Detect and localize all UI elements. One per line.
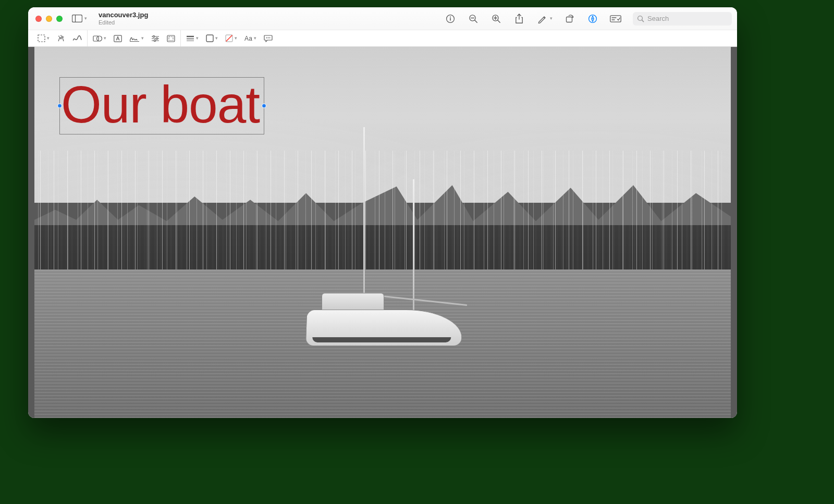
svg-line-6 — [475, 20, 477, 22]
svg-point-43 — [268, 38, 269, 39]
adjust-color-icon — [151, 35, 160, 42]
annotate-button[interactable] — [264, 34, 273, 42]
markup-group-insert: ▾ ▾ — [87, 30, 180, 46]
crop-button[interactable] — [167, 35, 175, 42]
share-icon — [515, 14, 523, 24]
fill-color-icon — [225, 34, 233, 42]
rotate-icon — [565, 14, 574, 23]
search-field[interactable]: Search — [633, 12, 732, 26]
chevron-down-icon: ▾ — [84, 16, 87, 21]
chevron-down-icon: ▾ — [235, 36, 237, 41]
sign-icon — [129, 35, 140, 42]
rotate-button[interactable] — [564, 13, 575, 24]
svg-line-9 — [498, 20, 500, 22]
info-icon — [446, 14, 455, 23]
svg-point-3 — [450, 16, 451, 17]
resize-handle-left[interactable] — [57, 104, 62, 108]
chevron-down-icon: ▾ — [47, 36, 50, 41]
svg-point-14 — [592, 18, 593, 19]
share-button[interactable] — [513, 13, 525, 24]
annotate-icon — [264, 34, 273, 42]
chevron-down-icon: ▾ — [254, 36, 256, 41]
sketch-button[interactable] — [72, 35, 82, 42]
image-surface[interactable]: Our boat — [34, 47, 731, 418]
svg-point-25 — [97, 36, 102, 41]
sidebar-icon — [72, 15, 82, 22]
chevron-down-icon: ▾ — [550, 16, 553, 21]
edit-pen-icon — [588, 14, 597, 23]
border-color-button[interactable]: ▾ — [206, 34, 218, 42]
svg-rect-4 — [450, 18, 451, 20]
adjust-color-button[interactable] — [151, 35, 160, 42]
titlebar: ▾ vancouver3.jpg Edited — [28, 7, 737, 30]
svg-point-33 — [154, 40, 155, 41]
window-close-button[interactable] — [35, 16, 42, 22]
chevron-down-icon: ▾ — [215, 36, 218, 41]
text-style-label: Aa — [244, 35, 252, 42]
svg-point-21 — [58, 35, 59, 36]
svg-point-44 — [269, 38, 271, 39]
svg-point-32 — [156, 38, 157, 39]
text-style-button[interactable]: Aa ▾ — [244, 35, 256, 42]
svg-point-22 — [63, 36, 64, 38]
preview-window: ▾ vancouver3.jpg Edited — [28, 7, 737, 418]
markup-pencil-icon — [537, 14, 547, 23]
window-zoom-button[interactable] — [56, 16, 63, 22]
window-minimize-button[interactable] — [46, 16, 52, 22]
zoom-out-icon — [469, 14, 478, 23]
info-button[interactable] — [445, 13, 456, 24]
resize-handle-right[interactable] — [262, 104, 266, 108]
edit-button[interactable] — [587, 13, 598, 24]
markup-toolbar: ▾ ▾ — [28, 30, 737, 47]
chevron-down-icon: ▾ — [141, 36, 144, 41]
svg-point-31 — [153, 35, 154, 37]
chevron-down-icon: ▾ — [196, 36, 199, 41]
fill-color-button[interactable]: ▾ — [225, 34, 237, 42]
text-annotation-content[interactable]: Our boat — [61, 78, 260, 131]
selection-icon — [38, 34, 45, 42]
chevron-down-icon: ▾ — [104, 36, 106, 41]
shape-style-icon — [186, 35, 194, 42]
svg-line-19 — [642, 20, 643, 21]
document-status: Edited — [99, 19, 148, 26]
svg-rect-12 — [567, 17, 572, 22]
markup-pencil-icon-wrap — [536, 13, 548, 24]
search-icon — [637, 15, 644, 22]
shapes-button[interactable]: ▾ — [93, 34, 106, 43]
markup-button[interactable]: ▾ — [536, 13, 553, 24]
text-button[interactable] — [114, 35, 122, 42]
title-block: vancouver3.jpg Edited — [99, 11, 148, 26]
form-fill-icon — [610, 15, 621, 22]
shape-style-button[interactable]: ▾ — [186, 35, 199, 42]
svg-point-42 — [266, 38, 267, 39]
sidebar-toggle-button[interactable]: ▾ — [69, 13, 90, 24]
canvas-area[interactable]: Our boat — [28, 47, 737, 418]
zoom-in-button[interactable] — [490, 13, 502, 24]
shapes-icon — [93, 34, 102, 43]
sign-button[interactable]: ▾ — [129, 35, 144, 42]
markup-group-select: ▾ — [32, 30, 87, 46]
svg-rect-35 — [169, 36, 173, 40]
crop-icon — [167, 35, 175, 42]
traffic-lights — [35, 16, 63, 22]
border-color-icon — [206, 34, 214, 42]
svg-rect-0 — [72, 15, 82, 22]
svg-rect-34 — [167, 35, 175, 42]
search-placeholder: Search — [647, 15, 728, 22]
markup-group-style: ▾ ▾ ▾ Aa ▾ — [180, 30, 278, 46]
svg-rect-20 — [38, 35, 45, 42]
svg-point-23 — [60, 35, 62, 36]
selection-tool-button[interactable]: ▾ — [38, 34, 50, 42]
zoom-in-icon — [492, 14, 501, 23]
instant-alpha-icon — [57, 34, 65, 43]
zoom-out-button[interactable] — [468, 13, 479, 24]
sketch-icon — [72, 35, 82, 42]
form-fill-button[interactable] — [610, 13, 621, 24]
titlebar-actions: ▾ — [445, 12, 732, 26]
svg-rect-39 — [206, 35, 213, 42]
image-boat — [285, 247, 473, 367]
text-icon — [114, 35, 122, 42]
text-annotation-box[interactable]: Our boat — [59, 77, 264, 134]
document-title: vancouver3.jpg — [99, 11, 148, 19]
instant-alpha-button[interactable] — [57, 34, 65, 43]
